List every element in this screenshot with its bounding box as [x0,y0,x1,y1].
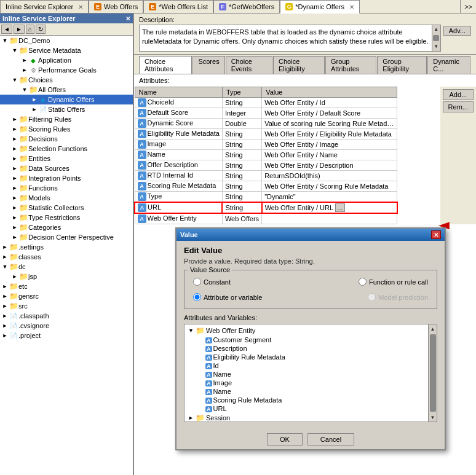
dialog-tree-item-name[interactable]: AName [186,370,427,379]
tree-toggle-classpath[interactable]: ► [1,313,9,319]
tab-close-inline[interactable]: ✕ [78,4,83,10]
dialog-toggle-session[interactable]: ► [188,415,196,421]
sidebar-item-classpath[interactable]: ►📄.classpath [0,311,133,321]
tree-toggle-stat_collectors[interactable]: ► [11,205,18,211]
tree-toggle-settings[interactable]: ► [1,244,9,250]
dialog-tree-item-scoring_rule_meta[interactable]: AScoring Rule Metadata [186,396,427,404]
sidebar-item-application[interactable]: ►◆Application [0,55,133,65]
dialog-tree-item-elig_rule_meta[interactable]: AEligibility Rule Metadata [186,353,427,361]
cancel-button[interactable]: Cancel [307,433,354,446]
tree-toggle-application[interactable]: ► [21,57,28,63]
tree-toggle-functions[interactable]: ► [11,185,18,191]
table-row[interactable]: AURLStringWeb Offer Entity / URL … [135,202,397,213]
sidebar-item-project[interactable]: ►📄.project [0,331,133,340]
tree-toggle-categories[interactable]: ► [11,224,18,230]
tree-toggle-integration_pts[interactable]: ► [11,175,18,181]
sidebar-item-jsp[interactable]: ►📁jsp [0,272,133,281]
sidebar-item-decisions[interactable]: ►📁Decisions [0,134,133,144]
tree-toggle-service_meta[interactable]: ▼ [11,47,18,53]
dialog-tree-item-description[interactable]: ADescription [186,344,427,353]
tree-toggle-type_restrictions[interactable]: ► [11,214,18,221]
sidebar-item-integration_pts[interactable]: ►📁Integration Points [0,173,133,183]
dialog-tree-item-image[interactable]: AImage [186,379,427,387]
table-row[interactable]: AChoiceIdStringWeb Offer Entity / Id [135,98,397,108]
tree-toggle-decisions[interactable]: ► [11,136,18,142]
sidebar-item-static_offers[interactable]: ►📄Static Offers [0,104,133,114]
table-row[interactable]: ADefault ScoreIntegerWeb Offer Entity / … [135,108,397,119]
table-row[interactable]: ARTD Internal IdStringReturnSDOId(this) [135,171,397,181]
tree-toggle-dc2[interactable]: ▼ [1,264,9,270]
table-row[interactable]: AEligibility Rule MetadataStringWeb Offe… [135,129,397,139]
description-scrollbar[interactable]: ▲ ▼ [432,25,440,51]
dialog-close-button[interactable]: ✕ [431,230,441,239]
table-row[interactable]: ANameStringWeb Offer Entity / Name [135,150,397,160]
sidebar-home-btn[interactable]: ⌂ [26,25,34,34]
tab-choice-eligibility[interactable]: Choice Eligibility [273,56,325,74]
sidebar-item-cvsignore[interactable]: ►📄.cvsignore [0,321,133,331]
dialog-tree-item-session[interactable]: ►📁Session [186,413,427,422]
dialog-scroll-down[interactable]: ▼ [429,413,437,422]
tree-toggle-all_offers[interactable]: ▼ [21,87,28,93]
tree-toggle-models[interactable]: ► [11,195,18,201]
sidebar-item-entities[interactable]: ►📁Entities [0,154,133,163]
dialog-tree-item-customer_seg[interactable]: ACustomer Segment [186,336,427,344]
sidebar-item-settings[interactable]: ►📁.settings [0,242,133,252]
sidebar-item-classes[interactable]: ►📁classes [0,252,133,262]
dialog-tree-scrollbar[interactable]: ▲ ▼ [428,324,437,422]
tree-toggle-selection_funcs[interactable]: ► [11,146,18,152]
tree-toggle-jsp[interactable]: ► [11,273,18,280]
tab-dynamic-c[interactable]: Dynamic C... [427,56,470,74]
tab-choice-attributes[interactable]: Choice Attributes [139,56,192,74]
table-row[interactable]: AImageStringWeb Offer Entity / Image [135,139,397,150]
tab-inline-explorer[interactable]: Inline Service Explorer ✕ [0,0,89,13]
tree-toggle-etc[interactable]: ► [1,283,9,289]
radio-constant[interactable]: Constant [193,278,231,286]
tree-toggle-project[interactable]: ► [1,332,9,339]
table-row[interactable]: AWeb Offer EntityWeb Offers [135,213,397,224]
scroll-down-arrow[interactable]: ▼ [434,42,438,51]
dialog-tree-item-url[interactable]: AURL [186,404,427,413]
tab-web-offers-list[interactable]: E *Web Offers List [143,0,213,13]
tree-toggle-dc_perspective[interactable]: ► [11,234,18,240]
dialog-tree-item-web_offer_entity[interactable]: ▼📁Web Offer Entity [186,326,427,336]
table-row[interactable]: ADynamic ScoreDoubleValue of scoring rul… [135,119,397,129]
tree-toggle-classes[interactable]: ► [1,254,9,260]
add-attribute-button[interactable]: Add... [443,89,474,100]
radio-function[interactable]: Function or rule call [359,278,428,286]
tree-toggle-choices[interactable]: ▼ [11,77,18,83]
sidebar-item-stat_collectors[interactable]: ►📁Statistic Collectors [0,203,133,213]
tab-overflow[interactable]: >> [460,0,476,13]
tree-toggle-src[interactable]: ► [1,303,9,309]
dialog-toggle-web_offer_entity[interactable]: ▼ [188,328,196,334]
sidebar-fwd-btn[interactable]: ► [14,25,25,34]
tab-group-eligibility[interactable]: Group Eligibility [377,56,427,74]
tab-close-dynamic[interactable]: ✕ [349,4,354,10]
sidebar-icon-1[interactable]: ✕ [125,15,130,22]
sidebar-item-gensrc[interactable]: ►📁gensrc [0,291,133,301]
tab-choice-events[interactable]: Choice Events [226,56,272,74]
dialog-scroll-up[interactable]: ▲ [429,324,437,333]
sidebar-item-type_restrictions[interactable]: ►📁Type Restrictions [0,213,133,222]
sidebar-item-models[interactable]: ►📁Models [0,193,133,203]
sidebar-item-data_sources[interactable]: ►📁Data Sources [0,163,133,173]
radio-constant-input[interactable] [193,278,201,286]
dialog-tree-item-id[interactable]: AId [186,361,427,370]
sidebar-item-service_meta[interactable]: ▼📁Service Metadata [0,45,133,55]
tab-scores[interactable]: Scores [192,56,224,74]
sidebar-item-dc_demo[interactable]: ▼📁DC_Demo [0,36,133,45]
tree-toggle-entities[interactable]: ► [11,155,18,162]
ok-button[interactable]: OK [267,433,303,446]
tree-toggle-dc_demo[interactable]: ▼ [1,37,9,44]
sidebar-item-dc2[interactable]: ▼📁dc [0,262,133,272]
sidebar-item-choices[interactable]: ▼📁Choices [0,75,133,85]
tree-toggle-scoring_rules[interactable]: ► [11,126,18,132]
table-row[interactable]: AOffer DescriptionStringWeb Offer Entity… [135,160,397,171]
tab-group-attributes[interactable]: Group Attributes [325,56,376,74]
tree-toggle-perf_goals[interactable]: ► [21,67,28,73]
tab-web-offers[interactable]: E Web Offers [89,0,143,13]
sidebar-item-filtering_rules[interactable]: ►📁Filtering Rules [0,114,133,124]
table-row[interactable]: ATypeString"Dynamic" [135,192,397,203]
sidebar-item-dc_perspective[interactable]: ►📁Decision Center Perspective [0,232,133,242]
sidebar-item-src[interactable]: ►📁src [0,301,133,311]
sidebar-item-all_offers[interactable]: ▼📁All Offers [0,85,133,95]
